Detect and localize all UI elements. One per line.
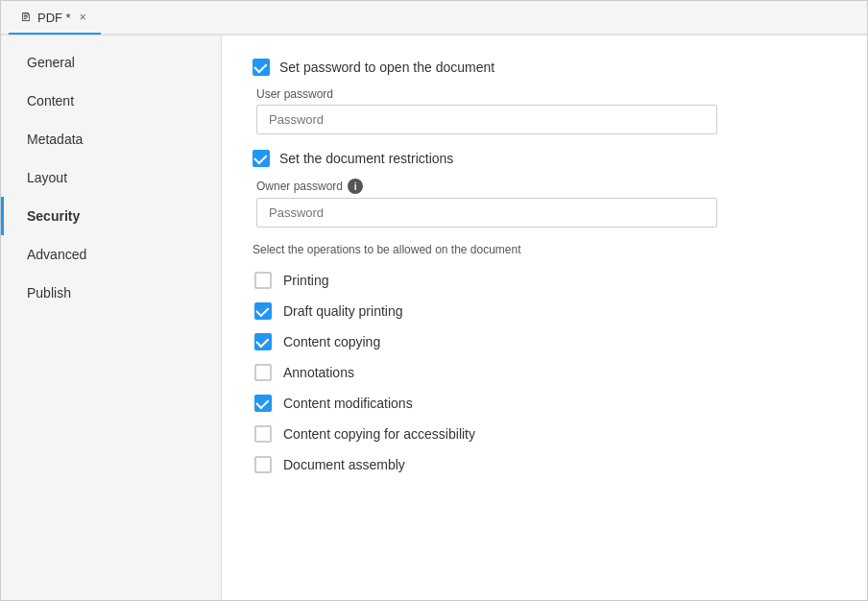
set-restrictions-row: Set the document restrictions [253, 150, 836, 167]
annotations-checkbox[interactable] [254, 364, 272, 381]
tab-label: PDF * [37, 11, 71, 25]
set-password-checkbox[interactable] [253, 59, 270, 76]
set-password-label: Set password to open the document [279, 60, 494, 75]
user-password-label: User password [256, 87, 836, 101]
draft-quality-printing-label: Draft quality printing [283, 303, 403, 319]
sidebar-item-advanced[interactable]: Advanced [1, 235, 221, 274]
printing-label: Printing [283, 273, 328, 288]
content-modifications-checkbox[interactable] [254, 395, 272, 412]
content-area: Set password to open the document User p… [222, 36, 867, 600]
owner-password-group: Owner password i [253, 179, 836, 228]
printing-checkbox[interactable] [254, 272, 272, 289]
user-password-group: User password [253, 87, 836, 134]
sidebar-item-label: Metadata [27, 132, 83, 147]
sidebar-item-layout[interactable]: Layout [1, 158, 221, 197]
document-assembly-label: Document assembly [283, 457, 405, 472]
draft-quality-printing-checkbox[interactable] [254, 302, 272, 320]
document-icon: 🖹 [20, 11, 32, 24]
user-password-input[interactable] [256, 105, 717, 134]
set-restrictions-label: Set the document restrictions [279, 151, 453, 166]
option-content-copying: Content copying [253, 333, 836, 350]
pdf-tab[interactable]: 🖹 PDF * × [9, 2, 101, 35]
sidebar-item-metadata[interactable]: Metadata [1, 120, 221, 158]
option-annotations: Annotations [253, 364, 836, 381]
set-password-row: Set password to open the document [253, 59, 836, 76]
sidebar-item-label: Security [27, 208, 80, 224]
content-modifications-label: Content modifications [283, 396, 413, 411]
option-printing: Printing [253, 272, 836, 289]
set-restrictions-checkbox[interactable] [253, 150, 270, 167]
sidebar-item-label: Publish [27, 285, 71, 300]
option-content-copying-accessibility: Content copying for accessibility [253, 425, 836, 443]
document-assembly-checkbox[interactable] [254, 456, 272, 473]
sidebar-item-label: Content [27, 93, 74, 108]
operations-label: Select the operations to be allowed on t… [253, 243, 836, 256]
title-bar: 🖹 PDF * × [1, 1, 867, 36]
sidebar-item-label: Layout [27, 170, 67, 185]
content-copying-label: Content copying [283, 334, 380, 349]
content-copying-accessibility-checkbox[interactable] [254, 425, 272, 443]
sidebar: General Content Metadata Layout Security… [1, 36, 222, 600]
annotations-label: Annotations [283, 365, 354, 380]
tab-close-button[interactable]: × [77, 10, 89, 25]
sidebar-item-content[interactable]: Content [1, 82, 221, 120]
owner-password-input[interactable] [256, 198, 717, 228]
option-document-assembly: Document assembly [253, 456, 836, 473]
sidebar-item-general[interactable]: General [1, 43, 221, 82]
content-copying-checkbox[interactable] [254, 333, 272, 350]
sidebar-item-publish[interactable]: Publish [1, 274, 221, 312]
option-draft-quality-printing: Draft quality printing [253, 302, 836, 320]
app-window: 🖹 PDF * × General Content Metadata Layou… [0, 0, 868, 601]
sidebar-item-label: General [27, 55, 75, 70]
main-content: General Content Metadata Layout Security… [1, 36, 867, 600]
content-copying-accessibility-label: Content copying for accessibility [283, 426, 475, 442]
owner-password-label: Owner password i [256, 179, 836, 194]
sidebar-item-security[interactable]: Security [1, 197, 221, 235]
option-content-modifications: Content modifications [253, 395, 836, 412]
owner-password-info-icon[interactable]: i [348, 179, 363, 194]
sidebar-item-label: Advanced [27, 247, 86, 262]
